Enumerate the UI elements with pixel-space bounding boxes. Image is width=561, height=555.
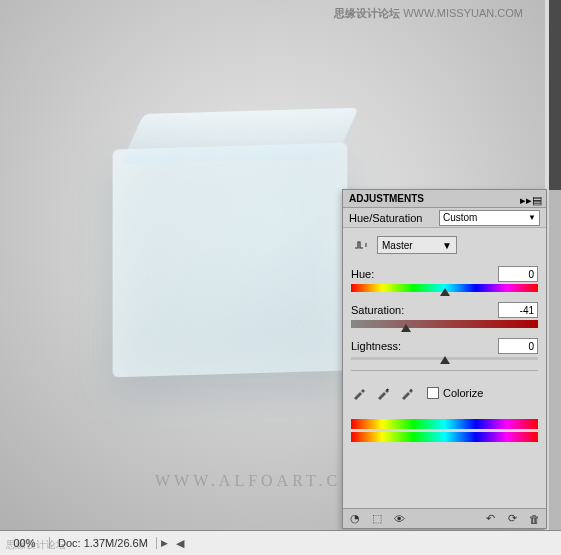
ice-cube-artwork [113, 143, 348, 378]
eyedropper-row: + - Colorize [351, 379, 538, 407]
eyedropper-minus-icon[interactable]: - [399, 385, 415, 401]
saturation-label: Saturation: [351, 304, 404, 316]
spectrum-bar-top [351, 419, 538, 429]
hue-input[interactable] [498, 266, 538, 282]
watermark-cn: 思缘设计论坛 [334, 7, 400, 19]
trash-icon[interactable]: 🗑 [526, 512, 542, 526]
spectrum-bar-bottom [351, 432, 538, 442]
info-arrow-icon[interactable]: ▶ [157, 538, 172, 548]
document-info[interactable]: Doc: 1.37M/26.6M [50, 537, 157, 549]
panel-dock-edge[interactable] [549, 0, 561, 190]
svg-text:+: + [386, 386, 390, 392]
panel-title: ADJUSTMENTS [349, 193, 424, 204]
channel-dropdown[interactable]: Master ▼ [377, 236, 457, 254]
eyedropper-plus-icon[interactable]: + [375, 385, 391, 401]
lightness-slider-block: Lightness: [351, 338, 538, 360]
watermark-url: WWW.MISSYUAN.COM [403, 7, 523, 19]
panel-menu-icon[interactable]: ▤ [532, 194, 542, 204]
scroll-left-icon[interactable]: ◀ [172, 537, 188, 550]
prev-state-icon[interactable]: ↶ [482, 512, 498, 526]
saturation-input[interactable] [498, 302, 538, 318]
hue-thumb[interactable] [440, 288, 450, 296]
visibility-icon[interactable]: 👁 [391, 512, 407, 526]
saturation-slider-block: Saturation: [351, 302, 538, 328]
colorize-label: Colorize [443, 387, 483, 399]
master-row: Master ▼ [351, 236, 538, 254]
dropdown-arrow-icon: ▼ [528, 213, 536, 222]
svg-text:-: - [410, 386, 412, 392]
adjustment-type-row: Hue/Saturation Custom ▼ [343, 208, 546, 228]
divider [351, 370, 538, 371]
watermark-alfoart: WWW.ALFOART.C [155, 472, 341, 490]
preset-value: Custom [443, 212, 477, 223]
hue-label: Hue: [351, 268, 374, 280]
dropdown-arrow-icon: ▼ [442, 240, 452, 251]
spectrum-bars [351, 419, 538, 442]
hue-slider-block: Hue: [351, 266, 538, 292]
adjustments-panel: ADJUSTMENTS ▸▸ ▤ Hue/Saturation Custom ▼… [342, 189, 547, 529]
collapse-icon[interactable]: ▸▸ [520, 194, 530, 204]
colorize-row: Colorize [427, 387, 483, 399]
status-bar: 00% Doc: 1.37M/26.6M ▶ ◀ [0, 530, 561, 555]
reset-icon[interactable]: ⟳ [504, 512, 520, 526]
targeted-adjust-icon[interactable] [351, 237, 371, 253]
lightness-slider[interactable] [351, 357, 538, 360]
clip-icon[interactable]: ◔ [347, 512, 363, 526]
eyedropper-icon[interactable] [351, 385, 367, 401]
channel-value: Master [382, 240, 413, 251]
saturation-slider[interactable] [351, 320, 538, 328]
lightness-input[interactable] [498, 338, 538, 354]
watermark-bottom: 思缘设计论坛 [6, 538, 66, 552]
preset-dropdown[interactable]: Custom ▼ [439, 210, 540, 226]
panel-body: Master ▼ Hue: Saturation: Lig [343, 228, 546, 449]
panel-footer: ◔ ⬚ 👁 ↶ ⟳ 🗑 [343, 508, 546, 528]
watermark-top: 思缘设计论坛 WWW.MISSYUAN.COM [334, 6, 523, 21]
colorize-checkbox[interactable] [427, 387, 439, 399]
lightness-thumb[interactable] [440, 356, 450, 364]
panel-header[interactable]: ADJUSTMENTS ▸▸ ▤ [343, 190, 546, 208]
hue-slider[interactable] [351, 284, 538, 292]
preset-icon[interactable]: ⬚ [369, 512, 385, 526]
lightness-label: Lightness: [351, 340, 401, 352]
saturation-thumb[interactable] [401, 324, 411, 332]
adjustment-name: Hue/Saturation [349, 212, 439, 224]
